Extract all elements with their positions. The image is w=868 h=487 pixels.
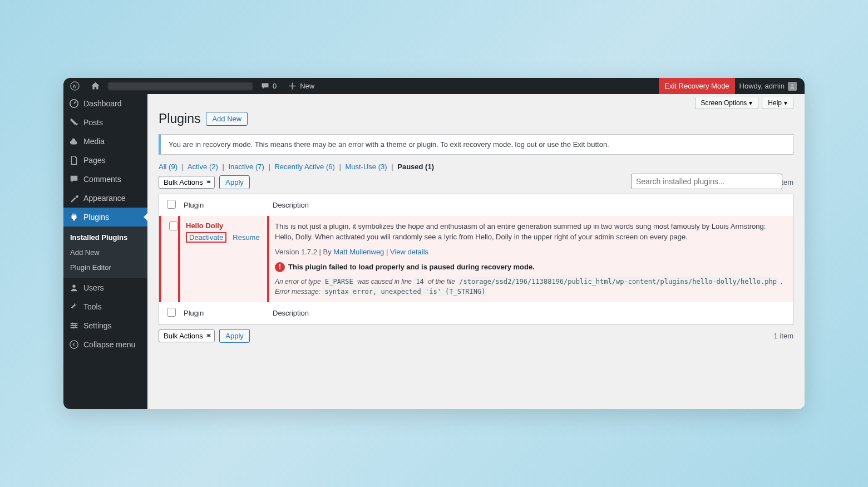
filter-recently-active[interactable]: Recently Active (6) <box>274 163 334 171</box>
bulk-actions-select-bottom[interactable]: Bulk Actions <box>159 329 215 342</box>
svg-point-9 <box>72 327 75 329</box>
screen-options-button[interactable]: Screen Options ▾ <box>695 97 759 109</box>
item-count-bottom: 1 item <box>774 332 793 340</box>
column-plugin-footer: Plugin <box>178 302 267 324</box>
menu-pages[interactable]: Pages <box>63 151 147 170</box>
filter-paused[interactable]: Paused (1) <box>397 163 434 171</box>
submenu-add-new[interactable]: Add New <box>63 245 147 260</box>
select-all-checkbox-footer[interactable] <box>167 308 176 317</box>
menu-media[interactable]: Media <box>63 132 147 151</box>
admin-bar: 0 New Exit Recovery Mode Howdy, admin <box>63 78 805 94</box>
column-description-footer: Description <box>267 302 793 324</box>
plugin-error-details: An error of type E_PARSE was caused in l… <box>275 277 785 297</box>
submenu-plugin-editor[interactable]: Plugin Editor <box>63 260 147 275</box>
submenu-installed-plugins[interactable]: Installed Plugins <box>63 230 147 245</box>
plugin-name-link[interactable]: Hello Dolly <box>186 222 223 230</box>
plugins-submenu: Installed Plugins Add New Plugin Editor <box>63 227 147 278</box>
resume-link[interactable]: Resume <box>233 233 259 242</box>
svg-point-3 <box>72 285 75 288</box>
menu-plugins[interactable]: Plugins <box>63 208 147 227</box>
svg-point-1 <box>791 84 793 86</box>
howdy-account[interactable]: Howdy, admin <box>735 82 801 91</box>
recovery-mode-notice: You are in recovery mode. This means the… <box>159 134 793 155</box>
view-details-link[interactable]: View details <box>390 248 428 256</box>
apply-button-bottom[interactable]: Apply <box>219 329 250 343</box>
plugin-meta: Version 1.7.2 | By Matt Mullenweg | View… <box>275 247 785 258</box>
column-description: Description <box>267 194 793 216</box>
menu-tools[interactable]: Tools <box>63 297 147 316</box>
column-plugin: Plugin <box>178 194 267 216</box>
collapse-menu[interactable]: Collapse menu <box>63 335 147 354</box>
plugin-status-filters: All (9) | Active (2) | Inactive (7) | Re… <box>159 163 793 171</box>
wp-logo[interactable] <box>67 81 83 91</box>
svg-point-10 <box>70 341 78 348</box>
exit-recovery-button[interactable]: Exit Recovery Mode <box>659 78 734 94</box>
chevron-down-icon: ▾ <box>749 99 752 107</box>
plugin-author-link[interactable]: Matt Mullenweg <box>333 248 384 256</box>
menu-comments[interactable]: Comments <box>63 170 147 189</box>
avatar-icon <box>788 82 797 91</box>
howdy-text: Howdy, admin <box>739 82 785 90</box>
filter-inactive[interactable]: Inactive (7) <box>228 163 264 171</box>
menu-dashboard[interactable]: Dashboard <box>63 94 147 113</box>
plugin-description: This is not just a plugin, it symbolizes… <box>275 222 785 243</box>
menu-appearance[interactable]: Appearance <box>63 189 147 208</box>
comments-count[interactable]: 0 <box>257 81 280 91</box>
bulk-actions-select[interactable]: Bulk Actions <box>159 176 215 189</box>
help-button[interactable]: Help ▾ <box>762 97 793 109</box>
plugins-table: Plugin Description Hello Dolly Deactivat… <box>159 194 793 324</box>
plugin-fail-message: This plugin failed to load properly and … <box>288 262 535 273</box>
svg-point-7 <box>72 323 74 325</box>
add-new-plugin-button[interactable]: Add New <box>206 112 248 126</box>
svg-point-8 <box>75 324 77 327</box>
menu-posts[interactable]: Posts <box>63 113 147 132</box>
menu-settings[interactable]: Settings <box>63 316 147 335</box>
deactivate-link[interactable]: Deactivate <box>189 233 223 242</box>
site-home-icon[interactable] <box>87 81 103 91</box>
filter-must-use[interactable]: Must-Use (3) <box>345 163 387 171</box>
chevron-down-icon: ▾ <box>784 99 787 107</box>
plugin-checkbox[interactable] <box>169 222 178 230</box>
apply-button-top[interactable]: Apply <box>219 175 250 189</box>
comments-count-value: 0 <box>273 82 277 90</box>
page-title: Plugins <box>159 111 200 126</box>
main-content: Screen Options ▾ Help ▾ Plugins Add New … <box>147 94 805 409</box>
menu-users[interactable]: Users <box>63 278 147 297</box>
error-icon: ! <box>275 262 285 272</box>
site-name-blurred <box>108 82 253 90</box>
filter-all[interactable]: All (9) <box>159 163 177 171</box>
admin-sidebar: Dashboard Posts Media Pages Comments App… <box>63 94 147 409</box>
filter-active[interactable]: Active (2) <box>188 163 218 171</box>
new-label: New <box>300 82 314 90</box>
new-content-button[interactable]: New <box>284 81 318 91</box>
select-all-checkbox[interactable] <box>167 200 176 209</box>
plugin-row: Hello Dolly Deactivate Resume This is no… <box>159 216 793 302</box>
search-plugins-input[interactable] <box>631 174 782 189</box>
wp-admin-window: 0 New Exit Recovery Mode Howdy, admin Da… <box>63 78 805 409</box>
